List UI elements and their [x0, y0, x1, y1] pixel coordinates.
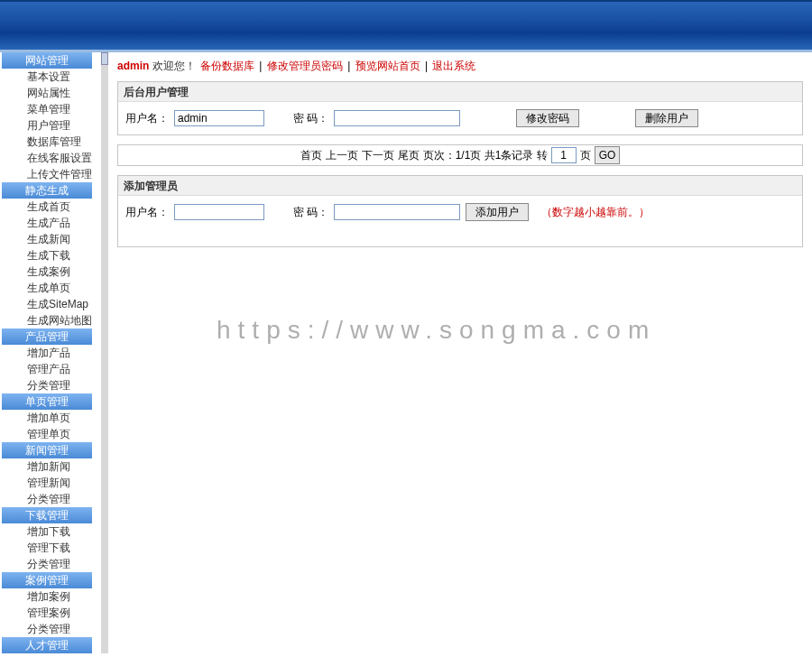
sidebar-item[interactable]: 增加新闻 [0, 458, 101, 475]
sidebar-item[interactable]: 管理产品 [0, 361, 101, 377]
sidebar-item[interactable]: 生成网站地图 [0, 312, 101, 328]
add-user-button[interactable]: 添加用户 [466, 203, 529, 221]
sidebar-group-header[interactable]: 人才管理 [2, 637, 92, 653]
sidebar-item[interactable]: 生成产品 [0, 215, 101, 231]
sidebar-item[interactable]: 用户管理 [0, 117, 101, 134]
sidebar-item[interactable]: 在线客服设置 [0, 150, 101, 166]
sidebar-group-header[interactable]: 新闻管理 [2, 442, 92, 458]
page-last[interactable]: 尾页 [398, 148, 420, 163]
go-button[interactable]: GO [595, 146, 621, 164]
link-preview[interactable]: 预览网站首页 [355, 60, 420, 72]
scroll-up[interactable] [101, 52, 108, 65]
sidebar-item[interactable]: 管理案例 [0, 605, 101, 621]
sidebar-group-header[interactable]: 产品管理 [2, 328, 92, 345]
sidebar: 网站管理基本设置网站属性菜单管理用户管理数据库管理在线客服设置上传文件管理静态生… [0, 52, 101, 653]
new-username-input[interactable] [174, 204, 264, 220]
link-change-pwd[interactable]: 修改管理员密码 [267, 60, 343, 72]
page-first[interactable]: 首页 [300, 148, 322, 163]
header-bar [0, 0, 812, 52]
sidebar-group-header[interactable]: 案例管理 [2, 572, 92, 588]
note-text: （数字越小越靠前。） [541, 205, 650, 220]
page-prev[interactable]: 上一页 [326, 148, 358, 163]
sidebar-group-header[interactable]: 单页管理 [2, 393, 92, 410]
username-label: 用户名： [125, 111, 169, 126]
sidebar-item[interactable]: 数据库管理 [0, 134, 101, 150]
sidebar-item[interactable]: 网站属性 [0, 85, 101, 101]
sidebar-item[interactable]: 上传文件管理 [0, 166, 101, 182]
sidebar-item[interactable]: 基本设置 [0, 69, 101, 85]
page-info: 页次：1/1页 共1条记录 转 [423, 148, 548, 163]
sidebar-group-header[interactable]: 下载管理 [2, 507, 92, 523]
sidebar-item[interactable]: 管理单页 [0, 426, 101, 442]
link-logout[interactable]: 退出系统 [432, 60, 475, 72]
change-password-button[interactable]: 修改密码 [516, 109, 579, 127]
panel-add-admin: 添加管理员 用户名： 密 码： 添加用户 （数字越小越靠前。） [117, 175, 803, 247]
page-input[interactable] [551, 147, 577, 163]
username-label: 用户名： [125, 205, 169, 220]
sidebar-item[interactable]: 增加产品 [0, 345, 101, 361]
password-input[interactable] [334, 110, 460, 126]
password-label: 密 码： [293, 111, 328, 126]
sidebar-item[interactable]: 生成首页 [0, 199, 101, 215]
sidebar-item[interactable]: 分类管理 [0, 491, 101, 507]
page-next[interactable]: 下一页 [362, 148, 394, 163]
sidebar-item[interactable]: 增加单页 [0, 410, 101, 426]
sidebar-group-header[interactable]: 静态生成 [2, 182, 92, 199]
sidebar-scrollbar[interactable] [101, 52, 108, 653]
sidebar-item[interactable]: 增加下载 [0, 523, 101, 540]
sidebar-item[interactable]: 生成单页 [0, 280, 101, 296]
sidebar-group-header[interactable]: 网站管理 [2, 52, 92, 69]
topline: admin 欢迎您！ 备份数据库 | 修改管理员密码 | 预览网站首页 | 退出… [117, 58, 803, 74]
sidebar-item[interactable]: 生成案例 [0, 264, 101, 280]
panel-title: 添加管理员 [118, 176, 802, 196]
sidebar-item[interactable]: 生成新闻 [0, 231, 101, 247]
username-input[interactable] [174, 110, 264, 126]
sidebar-item[interactable]: 生成下载 [0, 247, 101, 264]
panel-title: 后台用户管理 [118, 82, 802, 102]
new-password-input[interactable] [334, 204, 460, 220]
sidebar-item[interactable]: 增加案例 [0, 588, 101, 605]
password-label: 密 码： [293, 205, 328, 220]
sidebar-item[interactable]: 分类管理 [0, 377, 101, 393]
admin-name: admin [117, 60, 149, 72]
sidebar-item[interactable]: 分类管理 [0, 621, 101, 637]
pagination: 首页 上一页 下一页 尾页 页次：1/1页 共1条记录 转 页 GO [117, 144, 803, 166]
link-backup[interactable]: 备份数据库 [200, 60, 254, 72]
page-suffix: 页 [580, 148, 591, 163]
sidebar-item[interactable]: 管理新闻 [0, 475, 101, 491]
sidebar-item[interactable]: 生成SiteMap [0, 296, 101, 312]
sidebar-item[interactable]: 菜单管理 [0, 101, 101, 117]
delete-user-button[interactable]: 删除用户 [635, 109, 698, 127]
panel-user-manage: 后台用户管理 用户名： 密 码： 修改密码 删除用户 [117, 81, 803, 135]
sidebar-item[interactable]: 管理下载 [0, 540, 101, 556]
main-content: admin 欢迎您！ 备份数据库 | 修改管理员密码 | 预览网站首页 | 退出… [108, 52, 812, 653]
welcome-text: 欢迎您！ [149, 60, 198, 72]
sidebar-item[interactable]: 分类管理 [0, 556, 101, 572]
